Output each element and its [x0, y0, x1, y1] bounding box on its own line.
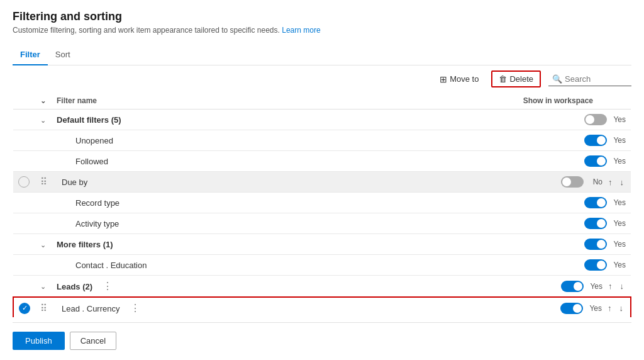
toggle-wrap: Yes	[329, 218, 626, 229]
search-icon: 🔍	[552, 74, 562, 84]
filter-name-label: Lead . Currency	[57, 304, 120, 313]
row-check-cell	[13, 213, 35, 234]
chevron-down-icon[interactable]: ⌄	[40, 116, 46, 124]
row-check-cell	[13, 193, 35, 213]
toggle-wrap: Yes	[329, 155, 626, 167]
toggle-switch[interactable]	[584, 135, 607, 146]
learn-more-link[interactable]: Learn more	[282, 26, 320, 35]
row-check-cell	[13, 151, 35, 172]
drag-handle-icon[interactable]: ⠿	[40, 176, 47, 187]
toggle-label: Yes	[611, 157, 626, 166]
toggle-label: Yes	[587, 304, 602, 313]
drag-handle-icon[interactable]: ⠿	[40, 303, 47, 313]
toggle-label: Yes	[611, 219, 626, 228]
toggle-switch[interactable]	[561, 176, 584, 188]
toggle-slider[interactable]	[561, 281, 584, 292]
cancel-button[interactable]: Cancel	[70, 332, 116, 350]
footer: Publish Cancel	[13, 322, 631, 350]
toggle-slider[interactable]	[584, 239, 607, 250]
chevron-down-icon[interactable]: ⌄	[40, 283, 46, 290]
col-header-check	[13, 93, 35, 110]
toggle-switch[interactable]	[584, 155, 607, 167]
toggle-switch[interactable]	[584, 259, 607, 271]
row-context-menu-icon[interactable]: ⋮	[103, 281, 113, 291]
toggle-switch[interactable]	[584, 197, 607, 208]
row-context-menu-icon[interactable]: ⋮	[130, 303, 140, 313]
move-to-label: Move to	[450, 74, 479, 84]
col-header-show: Show in workspace	[324, 93, 631, 110]
row-name-cell: Activity type	[52, 213, 324, 234]
toggle-switch[interactable]	[560, 303, 583, 314]
toggle-slider[interactable]	[584, 155, 607, 167]
filter-name-label: Default filters (5)	[57, 115, 121, 125]
tab-sort[interactable]: Sort	[48, 45, 78, 65]
filter-name-label: Followed	[57, 157, 108, 166]
row-chevron-drag-cell: ⌄	[35, 234, 52, 255]
row-chevron-drag-cell: ⠿	[35, 297, 52, 317]
delete-label: Delete	[509, 74, 533, 84]
tab-filter[interactable]: Filter	[13, 45, 48, 65]
table-row: ✓⠿Lead . Currency⋮Yes↑↓	[13, 297, 631, 317]
toggle-label: Yes	[611, 115, 626, 124]
row-check-cell[interactable]	[13, 172, 35, 193]
move-to-icon: ⊞	[440, 74, 447, 84]
row-chevron-drag-cell: ⠿	[35, 172, 52, 193]
table-row: ⌄Default filters (5)Yes	[13, 110, 631, 130]
table-row: UnopenedYes	[13, 130, 631, 151]
move-down-button[interactable]: ↓	[618, 303, 626, 313]
col-header-name: Filter name	[52, 93, 324, 110]
page-subtitle: Customize filtering, sorting and work it…	[13, 26, 631, 35]
toggle-switch[interactable]	[584, 114, 607, 125]
toggle-slider[interactable]	[584, 135, 607, 146]
move-up-button[interactable]: ↑	[606, 177, 614, 188]
move-to-button[interactable]: ⊞ Move to	[435, 72, 484, 87]
chevron-down-icon[interactable]: ⌄	[40, 241, 46, 249]
toggle-label: Yes	[611, 198, 626, 207]
move-up-button[interactable]: ↑	[606, 281, 614, 291]
row-chevron-drag-cell	[35, 130, 52, 151]
row-check-cell	[13, 130, 35, 151]
move-up-button[interactable]: ↑	[606, 303, 614, 313]
filter-name-label: Record type	[57, 198, 119, 208]
publish-button[interactable]: Publish	[13, 332, 65, 350]
move-down-button[interactable]: ↓	[618, 177, 626, 188]
table-row: Contact . EducationYes	[13, 255, 631, 276]
row-check-cell	[13, 110, 35, 130]
empty-circle-icon[interactable]	[18, 176, 30, 188]
page: Filtering and sorting Customize filterin…	[0, 0, 644, 360]
row-show-cell: Yes↑↓	[324, 276, 631, 298]
table-row: ⠿Due byNo↑↓	[13, 172, 631, 193]
filter-name-label: More filters (1)	[57, 240, 113, 249]
toggle-wrap: Yes	[329, 197, 626, 208]
search-input[interactable]	[565, 74, 628, 84]
row-name-cell: Lead . Currency⋮	[52, 297, 324, 317]
delete-button[interactable]: 🗑 Delete	[491, 70, 541, 87]
toggle-wrap: Yes	[329, 259, 626, 271]
row-check-cell	[13, 234, 35, 255]
check-icon[interactable]: ✓	[19, 303, 30, 314]
filter-table-container: ⌄ Filter name Show in workspace ⌄Default…	[13, 93, 631, 317]
table-row: ⌄More filters (1)Yes	[13, 234, 631, 255]
toggle-slider[interactable]	[561, 176, 584, 188]
row-chevron-drag-cell	[35, 151, 52, 172]
move-down-button[interactable]: ↓	[618, 281, 626, 291]
toggle-slider[interactable]	[560, 303, 583, 314]
toggle-slider[interactable]	[584, 259, 607, 271]
row-show-cell: Yes	[324, 255, 631, 276]
filter-name-label: Contact . Education	[57, 261, 147, 270]
toggle-switch[interactable]	[584, 218, 607, 229]
row-name-cell: Leads (2)⋮	[52, 276, 324, 298]
row-check-cell[interactable]: ✓	[13, 297, 35, 317]
toggle-switch[interactable]	[561, 281, 584, 292]
row-name-cell: Due by	[52, 172, 324, 193]
toggle-slider[interactable]	[584, 114, 607, 125]
toggle-slider[interactable]	[584, 197, 607, 208]
row-show-cell: Yes	[324, 151, 631, 172]
toggle-slider[interactable]	[584, 218, 607, 229]
table-row: FollowedYes	[13, 151, 631, 172]
chevron-down-icon: ⌄	[40, 97, 46, 104]
toggle-switch[interactable]	[584, 239, 607, 250]
row-chevron-drag-cell: ⌄	[35, 110, 52, 130]
toggle-wrap: Yes↑↓	[329, 281, 626, 292]
row-chevron-drag-cell	[35, 255, 52, 276]
